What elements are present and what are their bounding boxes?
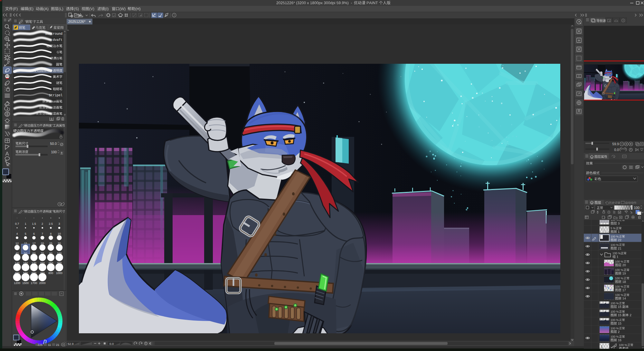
svg-text:12: 12 [15,242,19,245]
svg-text:2.5: 2.5 [49,222,53,225]
svg-text:10: 10 [58,232,61,235]
svg-text:0.0: 0.0 [109,342,114,346]
svg-text:1: 1 [25,222,26,225]
svg-text:3: 3 [58,222,60,225]
svg-text:0.0: 0.0 [614,148,619,152]
svg-text:100: 100 [51,150,57,154]
svg-text:5: 5 [25,232,26,235]
svg-text:800: 800 [48,271,53,275]
svg-text:225: 225 [38,343,43,346]
svg-text:dvaft: dvaft [53,38,62,42]
svg-text:1.5: 1.5 [32,222,36,225]
svg-text:4: 4 [16,232,18,235]
svg-text:21: 21 [56,343,59,346]
svg-text:1200: 1200 [14,281,20,285]
svg-text:1700: 1700 [31,281,37,285]
svg-text:1000: 1000 [56,271,62,275]
svg-text:59.9: 59.9 [612,142,619,146]
svg-text:2: 2 [42,222,43,225]
svg-text:2000: 2000 [39,281,46,285]
svg-text:52.9: 52.9 [68,342,74,346]
svg-text:100: 100 [634,206,639,210]
svg-text:11: 11 [48,343,51,346]
svg-text:0.7: 0.7 [15,222,19,225]
svg-text:6: 6 [33,232,35,235]
svg-text:Stripel: Stripel [49,94,62,97]
svg-text:7: 7 [42,232,43,235]
svg-text:8: 8 [50,232,52,235]
svg-text:20251226*: 20251226* [68,20,86,24]
svg-text:50.0: 50.0 [50,142,57,146]
svg-text:1: 1 [601,345,603,349]
svg-text:1500: 1500 [22,281,29,285]
svg-text:softround: softround [45,32,62,36]
